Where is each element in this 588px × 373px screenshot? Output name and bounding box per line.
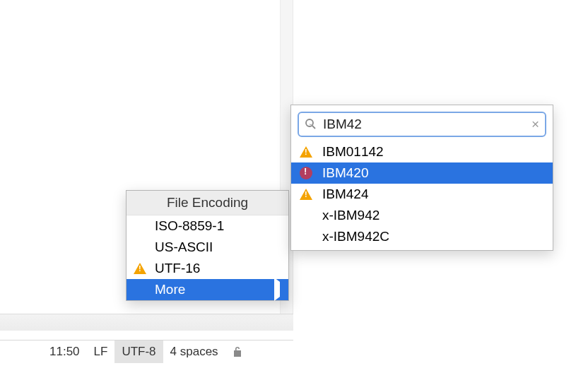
result-item[interactable]: x-IBM942C xyxy=(291,226,553,247)
warning-icon xyxy=(134,263,152,274)
result-label: IBM01142 xyxy=(321,144,384,160)
result-label: x-IBM942C xyxy=(321,229,389,244)
result-label: x-IBM942 xyxy=(321,208,380,223)
result-item-selected[interactable]: IBM420 xyxy=(291,162,553,184)
encoding-item-more[interactable]: More xyxy=(127,279,288,300)
status-bar: 11:50 LF UTF-8 4 spaces xyxy=(0,340,293,363)
result-label: IBM420 xyxy=(321,165,368,181)
encoding-item-label: ISO-8859-1 xyxy=(152,218,224,234)
svg-point-0 xyxy=(306,119,313,126)
status-line-separator[interactable]: LF xyxy=(87,341,115,363)
file-encoding-popup: File Encoding ISO-8859-1 US-ASCII UTF-16… xyxy=(126,190,289,301)
svg-line-1 xyxy=(312,126,315,129)
result-item[interactable]: IBM01142 xyxy=(291,141,553,162)
encoding-search-popup: × IBM01142 IBM420 IBM424 x-IBM942 x-IBM9… xyxy=(290,105,553,251)
encoding-item-ascii[interactable]: US-ASCII xyxy=(127,237,288,258)
search-box[interactable]: × xyxy=(298,112,546,137)
result-item[interactable]: IBM424 xyxy=(291,184,553,205)
error-icon xyxy=(300,167,321,179)
encoding-item-label: UTF-16 xyxy=(152,261,200,276)
lock-icon[interactable] xyxy=(225,341,249,363)
warning-icon xyxy=(300,189,321,200)
encoding-item-label: US-ASCII xyxy=(152,239,213,255)
status-time[interactable]: 11:50 xyxy=(42,341,87,363)
encoding-item-iso[interactable]: ISO-8859-1 xyxy=(127,215,288,237)
clear-icon[interactable]: × xyxy=(531,117,539,132)
result-label: IBM424 xyxy=(321,186,368,202)
search-input[interactable] xyxy=(317,117,531,132)
status-encoding[interactable]: UTF-8 xyxy=(114,341,163,363)
popup-title: File Encoding xyxy=(127,191,288,215)
encoding-item-label: More xyxy=(134,282,185,297)
encoding-item-utf16[interactable]: UTF-16 xyxy=(127,258,288,279)
warning-icon xyxy=(300,146,321,158)
search-icon xyxy=(305,118,317,131)
horizontal-scrollbar-track[interactable] xyxy=(0,314,293,331)
status-indent[interactable]: 4 spaces xyxy=(163,341,225,363)
result-item[interactable]: x-IBM942 xyxy=(291,205,553,226)
submenu-arrow-icon xyxy=(274,282,280,297)
